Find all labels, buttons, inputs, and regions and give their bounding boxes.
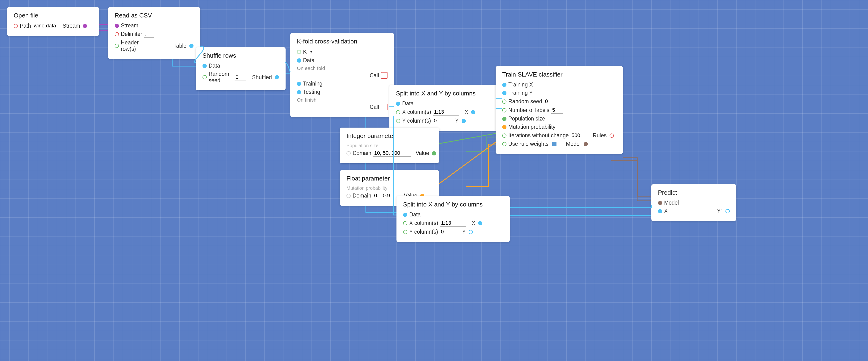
float-param-subtitle: Mutation probability (346, 186, 432, 191)
train-slave-seed-row: Random seed (502, 98, 616, 105)
train-slave-iter-label: Iterations without change (508, 132, 569, 139)
kfold-k-port (297, 50, 301, 54)
split-test-y-input[interactable] (440, 228, 457, 235)
table-label: Table (174, 43, 186, 49)
split-test-x-input[interactable] (440, 220, 466, 227)
split-test-y-out-port (469, 230, 473, 234)
train-slave-title: Train SLAVE classifier (502, 71, 616, 78)
header-label: Header row(s) (121, 39, 155, 52)
train-slave-mut-in-port (502, 125, 506, 129)
split-train-data-in-port (396, 102, 400, 106)
train-slave-rules-label: Rules (593, 132, 607, 139)
train-slave-labels-input[interactable] (551, 107, 563, 114)
shuffle-rows-title: Shuffle rows (203, 52, 279, 59)
train-slave-weights-checkbox[interactable] (552, 142, 556, 146)
float-param-domain-label: Domain (352, 193, 371, 199)
shuffle-data-in-row: Data (203, 63, 279, 69)
int-param-node: Integer parameter Population size Domain… (340, 128, 439, 163)
train-slave-pop-label: Population size (508, 115, 545, 122)
shuffled-label: Shuffled (252, 74, 272, 81)
predict-title: Predict (658, 189, 730, 196)
split-test-data-label: Data (409, 212, 421, 218)
predict-model-row: Model (658, 200, 730, 206)
stream-label: Stream (63, 23, 80, 29)
read-csv-title: Read as CSV (115, 12, 193, 19)
stream-label: Stream (121, 23, 138, 29)
delimiter-input[interactable] (144, 31, 154, 37)
read-csv-stream-row: Stream (115, 23, 193, 29)
shuffle-seed-port (203, 75, 207, 79)
split-train-x-label: X column(s) (402, 109, 431, 115)
delimiter-port (115, 32, 119, 36)
shuffled-out-port (275, 75, 279, 79)
train-slave-iter-port (502, 134, 506, 138)
split-test-x-label: X column(s) (409, 220, 438, 226)
train-slave-iter-input[interactable] (571, 132, 587, 139)
split-train-y-row: Y column(s) Y (396, 117, 496, 124)
int-param-title: Integer parameter (346, 132, 432, 140)
train-slave-ty-label: Training Y (508, 90, 533, 96)
float-param-domain-input[interactable] (373, 192, 399, 199)
split-test-x-out-label: X (472, 220, 475, 226)
split-test-node: Split into X and Y by columns Data X col… (397, 196, 510, 242)
kfold-call1-label: Call (370, 72, 379, 79)
stream-in-port (115, 24, 119, 28)
train-slave-pop-in-port (502, 117, 506, 121)
kfold-call2-box[interactable] (381, 104, 388, 110)
train-slave-ty-row: Training Y (502, 90, 616, 96)
kfold-call1-row: Call (297, 72, 388, 79)
kfold-call1-box[interactable] (381, 72, 388, 79)
kfold-k-label: K (303, 49, 307, 55)
train-slave-tx-in-port (502, 83, 506, 87)
train-slave-node: Train SLAVE classifier Training X Traini… (496, 66, 623, 154)
delimiter-label: Delimiter (121, 31, 142, 37)
shuffle-seed-input[interactable] (235, 74, 246, 81)
shuffle-rows-node: Shuffle rows Data Random seed Shuffled (196, 47, 285, 90)
table-out-port (189, 44, 193, 48)
split-test-y-label: Y column(s) (409, 229, 438, 235)
train-slave-model-out-port (584, 142, 588, 146)
predict-model-label: Model (664, 200, 679, 206)
split-test-x-row: X column(s) X (403, 220, 503, 227)
split-test-title: Split into X and Y by columns (403, 201, 503, 208)
split-train-x-input[interactable] (433, 109, 459, 115)
train-slave-mut-row: Mutation probability (502, 124, 616, 130)
train-slave-labels-port (502, 108, 506, 112)
train-slave-seed-input[interactable] (544, 98, 556, 105)
train-slave-weights-row: Use rule weights Model (502, 141, 616, 147)
shuffle-seed-row: Random seed Shuffled (203, 71, 279, 84)
shuffle-seed-label: Random seed (209, 71, 233, 84)
split-train-x-row: X column(s) X (396, 109, 496, 115)
header-input[interactable] (158, 43, 170, 49)
predict-x-label: X (664, 208, 668, 214)
open-file-node: Open file Path Stream (7, 7, 99, 36)
split-test-y-out-label: Y (462, 229, 466, 235)
predict-x-in-port (658, 209, 662, 213)
int-param-value-label: Value (415, 150, 429, 157)
train-slave-model-label: Model (566, 141, 581, 147)
predict-model-in-port (658, 201, 662, 205)
header-port (115, 44, 119, 48)
open-file-path-row: Path Stream (14, 23, 93, 29)
split-test-x-out-port (478, 221, 483, 225)
float-param-domain-port (346, 194, 351, 198)
split-test-data-row: Data (403, 212, 503, 218)
split-train-node: Split into X and Y by columns Data X col… (390, 85, 503, 131)
int-param-domain-input[interactable] (373, 150, 411, 157)
train-slave-seed-port (502, 100, 506, 104)
split-train-y-input[interactable] (433, 117, 450, 124)
kfold-training-label: Training (303, 81, 322, 87)
kfold-on-finish: On finish (297, 97, 388, 103)
split-train-y-label: Y column(s) (402, 118, 431, 124)
kfold-k-input[interactable] (308, 49, 320, 55)
train-slave-tx-label: Training X (508, 82, 533, 88)
kfold-call2-label: Call (370, 104, 379, 110)
path-input[interactable] (33, 23, 59, 29)
train-slave-ty-in-port (502, 91, 506, 95)
train-slave-labels-row: Number of labels (502, 107, 616, 114)
train-slave-iter-row: Iterations without change Rules (502, 132, 616, 139)
kfold-title: K-fold cross-validation (297, 38, 388, 45)
kfold-on-each-fold: On each fold (297, 65, 388, 71)
train-slave-rules-out-port (610, 134, 614, 138)
split-train-data-label: Data (402, 101, 414, 107)
